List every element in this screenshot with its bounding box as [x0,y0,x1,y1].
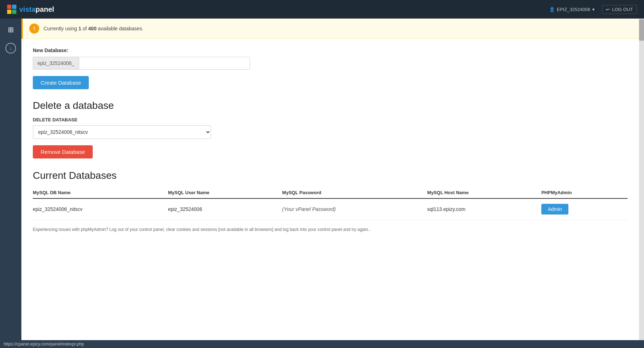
col-user-name: MySQL User Name [168,187,282,198]
alert-icon: ! [29,24,39,34]
delete-field-label: DELETE Database [33,117,628,122]
current-databases-heading: Current Databases [33,170,628,181]
table-row: epiz_32524006_nitscv epiz_32524006 (Your… [33,198,628,220]
statusbar: https://cpanel.epizy.com/panel/indexpl.p… [0,340,644,348]
cell-admin: Admin [541,198,628,220]
db-name-input[interactable] [79,57,250,70]
col-db-name: MySQL DB Name [33,187,168,198]
cell-db-name: epiz_32524006_nitscv [33,198,168,220]
logo-text: vistapanel [19,5,54,14]
sidebar: ⊞ ↓ [0,19,21,340]
main-content: ! Currently using 1 of 400 available dat… [21,19,639,340]
footer-note: Experiencing issues with phpMyAdmin? Log… [33,227,628,232]
alert-banner: ! Currently using 1 of 400 available dat… [21,19,639,39]
scrollbar-track[interactable] [639,19,644,340]
logout-icon: ↩ [606,7,610,12]
new-database-label: New Database: [33,47,628,53]
username-label: EPIZ_32524006 [557,7,591,12]
admin-button[interactable]: Admin [541,204,568,215]
logo-sq-yellow [7,10,11,14]
statusbar-url: https://cpanel.epizy.com/panel/indexpl.p… [4,342,84,347]
alert-text: Currently using 1 of 400 available datab… [44,26,143,31]
header-right: 👤 EPIZ_32524006 ▾ ↩ LOG OUT [549,5,637,14]
grid-icon: ⊞ [8,25,14,34]
content-area: New Database: epiz_32524006_ Create Data… [21,39,639,340]
layout: ⊞ ↓ ! Currently using 1 of 400 available… [0,19,644,340]
chevron-down-icon: ▾ [592,7,595,12]
databases-table: MySQL DB Name MySQL User Name MySQL Pass… [33,187,628,220]
download-icon: ↓ [5,43,16,54]
sidebar-item-download[interactable]: ↓ [3,41,18,56]
create-database-button[interactable]: Create Database [33,76,89,89]
db-name-row: epiz_32524006_ [33,57,628,70]
logout-button[interactable]: ↩ LOG OUT [602,5,637,14]
remove-database-button[interactable]: Remove Database [33,145,93,158]
col-phpmyadmin: PHPMyAdmin [541,187,628,198]
logo-sq-blue [12,5,16,9]
db-prefix: epiz_32524006_ [33,57,79,70]
col-host-name: MySQL Host Name [427,187,541,198]
scrollbar-thumb[interactable] [639,19,644,41]
delete-database-select[interactable]: epiz_32524006_nitscv [33,125,211,139]
logo-sq-green [12,10,16,14]
user-icon: 👤 [549,7,555,12]
logout-label: LOG OUT [612,7,633,12]
cell-password: (Your vPanel Password) [282,198,427,220]
sidebar-item-grid[interactable]: ⊞ [3,22,18,37]
col-password: MySQL Password [282,187,427,198]
cell-host-name: sql113.epizy.com [427,198,541,220]
user-menu[interactable]: 👤 EPIZ_32524006 ▾ [549,7,595,12]
delete-section-heading: Delete a database [33,100,628,111]
logo: vistapanel [7,5,54,14]
logo-sq-red [7,5,11,9]
cell-user-name: epiz_32524006 [168,198,282,220]
header: vistapanel 👤 EPIZ_32524006 ▾ ↩ LOG OUT [0,0,644,19]
logo-squares [7,5,16,14]
